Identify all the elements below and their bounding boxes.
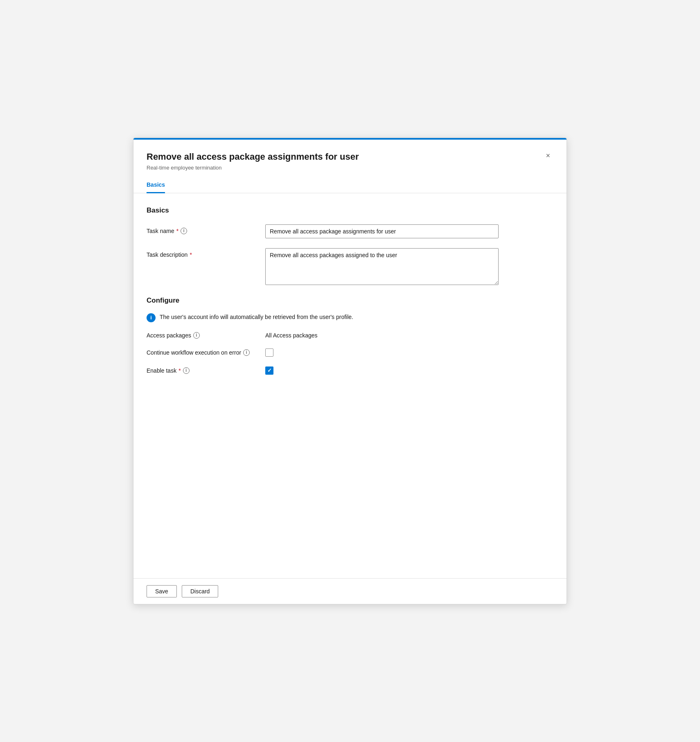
- dialog-header: Remove all access package assignments fo…: [133, 140, 567, 177]
- task-name-control: [265, 224, 553, 238]
- enable-task-required: *: [178, 367, 181, 374]
- task-name-label: Task name * i: [147, 224, 265, 234]
- task-description-row: Task description * Remove all access pac…: [147, 248, 553, 287]
- continue-workflow-row: Continue workflow execution on error i: [147, 348, 553, 357]
- enable-task-checkbox-wrapper: [265, 366, 273, 375]
- dialog-title: Remove all access package assignments fo…: [147, 151, 359, 163]
- task-name-input[interactable]: [265, 224, 499, 238]
- discard-button[interactable]: Discard: [182, 585, 218, 597]
- access-packages-value: All Access packages: [265, 332, 318, 339]
- task-name-row: Task name * i: [147, 224, 553, 238]
- task-name-required: *: [176, 228, 178, 234]
- task-description-label: Task description *: [147, 248, 265, 258]
- enable-task-info-icon[interactable]: i: [183, 367, 190, 374]
- enable-task-label-text: Enable task: [147, 367, 176, 374]
- tab-basics[interactable]: Basics: [147, 177, 165, 193]
- save-button[interactable]: Save: [147, 585, 177, 597]
- dialog-tabs: Basics: [133, 177, 567, 193]
- dialog-title-group: Remove all access package assignments fo…: [147, 151, 359, 171]
- enable-task-checkbox[interactable]: [265, 366, 273, 375]
- continue-workflow-info-icon[interactable]: i: [243, 349, 250, 356]
- dialog-footer: Save Discard: [133, 578, 567, 604]
- task-name-info-icon[interactable]: i: [181, 228, 187, 234]
- dialog-container: Remove all access package assignments fo…: [133, 138, 567, 604]
- access-packages-label: Access packages i: [147, 332, 265, 339]
- continue-workflow-checkbox-wrapper: [265, 348, 273, 357]
- task-description-label-text: Task description: [147, 251, 187, 258]
- info-banner: i The user's account info will automatic…: [147, 313, 553, 322]
- task-description-input[interactable]: Remove all access packages assigned to t…: [265, 248, 499, 285]
- info-circle-icon: i: [147, 313, 156, 322]
- access-packages-row: Access packages i All Access packages: [147, 332, 553, 339]
- access-packages-label-text: Access packages: [147, 332, 191, 339]
- task-description-required: *: [190, 251, 192, 258]
- task-name-label-text: Task name: [147, 228, 174, 234]
- continue-workflow-checkbox[interactable]: [265, 348, 273, 357]
- dialog-subtitle: Real-time employee termination: [147, 165, 359, 171]
- configure-title: Configure: [147, 296, 553, 305]
- continue-workflow-label: Continue workflow execution on error i: [147, 349, 265, 356]
- enable-task-label: Enable task * i: [147, 367, 265, 374]
- dialog-body: Basics Task name * i Task description * …: [133, 193, 567, 578]
- enable-task-row: Enable task * i: [147, 366, 553, 375]
- continue-workflow-label-text: Continue workflow execution on error: [147, 349, 241, 356]
- info-banner-text: The user's account info will automatical…: [160, 313, 353, 320]
- access-packages-info-icon[interactable]: i: [193, 332, 200, 339]
- task-description-control: Remove all access packages assigned to t…: [265, 248, 553, 287]
- close-button[interactable]: ×: [542, 150, 553, 161]
- basics-section-title: Basics: [147, 206, 553, 215]
- configure-section: Configure i The user's account info will…: [147, 296, 553, 375]
